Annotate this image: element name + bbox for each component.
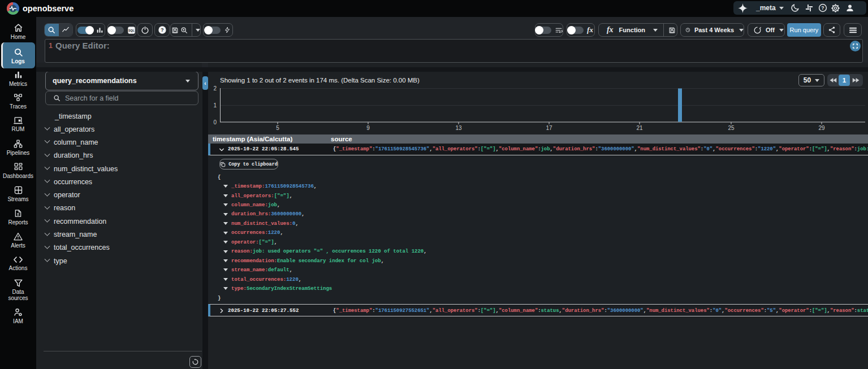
svg-text:0: 0 [213, 119, 217, 125]
svg-text:25: 25 [728, 125, 735, 131]
svg-text:5: 5 [276, 125, 279, 131]
svg-text:2: 2 [213, 86, 217, 92]
svg-text:?: ? [821, 5, 824, 11]
svg-text:29: 29 [818, 125, 825, 131]
svg-text:?: ? [161, 27, 163, 33]
svg-text:13: 13 [455, 125, 462, 131]
svg-text:21: 21 [636, 125, 643, 131]
svg-text:9: 9 [366, 125, 370, 131]
svg-text:17: 17 [546, 125, 552, 131]
svg-text:1: 1 [213, 102, 217, 108]
svg-text:SQL: SQL [128, 28, 135, 32]
